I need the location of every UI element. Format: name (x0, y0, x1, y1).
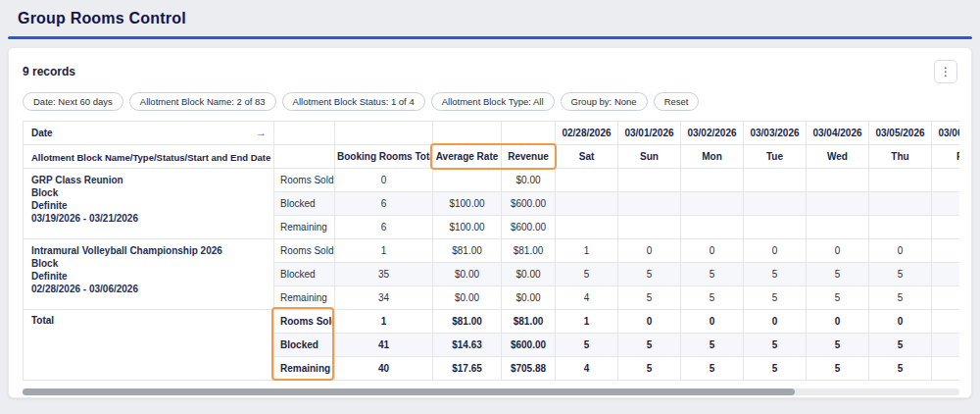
table-cell: 1 (335, 310, 433, 334)
table-cell: 0 (869, 310, 932, 334)
table-cell: 0 (807, 310, 869, 334)
table-cell (744, 216, 807, 239)
block-name-column-header: Allotment Block Name/Type/Status/Start a… (24, 145, 274, 169)
day-header: Sun (618, 145, 681, 169)
table-cell: $600.00 (502, 216, 556, 239)
table-cell: 5 (807, 286, 869, 310)
table-cell: 5 (744, 357, 807, 381)
date-header: 03/02/2026 (681, 122, 744, 145)
empty-header (335, 122, 433, 145)
day-header: Fri (932, 145, 960, 169)
table-cell: 5 (744, 334, 807, 357)
filter-chip-block-status[interactable]: Allotment Block Status: 1 of 4 (282, 92, 425, 111)
table-cell: 0 (681, 310, 744, 334)
table-cell (744, 192, 807, 216)
table-cell: 5 (932, 286, 960, 310)
table-cell: $81.00 (433, 310, 502, 334)
date-header: 03/04/2026 (807, 122, 869, 145)
revenue-header: Revenue (502, 145, 556, 169)
table-cell: 5 (681, 357, 744, 381)
filter-chip-block-type[interactable]: Allotment Block Type: All (431, 92, 555, 111)
table-cell: 40 (335, 357, 433, 381)
day-header: Mon (681, 145, 744, 169)
date-header: 03/05/2026 (869, 122, 932, 145)
table-cell: 6 (335, 216, 433, 239)
date-header: 03/01/2026 (618, 122, 681, 145)
row-label: Blocked (274, 334, 335, 357)
table-cell: 0 (744, 310, 807, 334)
table-cell: 5 (556, 263, 618, 286)
group-name-cell: GRP Class Reunion Block Definite 03/19/2… (24, 169, 274, 239)
filter-chip-block-name[interactable]: Allotment Block Name: 2 of 83 (129, 92, 276, 111)
row-label: Blocked (274, 192, 335, 216)
row-label: Blocked (274, 263, 335, 286)
horizontal-scrollbar (23, 388, 959, 395)
empty-header (274, 122, 335, 145)
table-cell: $0.00 (502, 169, 556, 192)
empty-header (274, 145, 335, 169)
filter-chip-date[interactable]: Date: Next 60 days (23, 92, 123, 111)
table-cell: 0 (618, 310, 681, 334)
table-cell: 0 (932, 310, 960, 334)
table-row: GRP Class Reunion Block Definite 03/19/2… (24, 169, 960, 192)
table-cell: $100.00 (433, 216, 502, 239)
table-cell: $14.63 (433, 334, 502, 357)
table-cell (681, 216, 744, 239)
date-header: 02/28/2026 (556, 122, 618, 145)
table-cell: 5 (932, 334, 960, 357)
table-cell: 5 (932, 357, 960, 381)
table-cell: 5 (744, 286, 807, 310)
average-rate-header: Average Rate (433, 145, 502, 169)
table-cell (556, 192, 618, 216)
group-rooms-control-page: Group Rooms Control 9 records ⋮ Date: Ne… (0, 0, 980, 414)
filter-chip-group-by[interactable]: Group by: None (561, 92, 648, 111)
table-cell: 1 (335, 239, 433, 263)
overflow-menu-button[interactable]: ⋮ (934, 60, 957, 83)
table-cell: 5 (807, 357, 869, 381)
table-cell: $81.00 (433, 239, 502, 263)
table-cell: $0.00 (502, 286, 556, 310)
row-label: Remaining (274, 286, 335, 310)
table-cell: $100.00 (433, 192, 502, 216)
table-cell (618, 192, 681, 216)
table-cell: 0 (932, 239, 960, 263)
table-cell: $81.00 (502, 310, 556, 334)
empty-header (433, 122, 502, 145)
total-label: Total (24, 310, 274, 381)
table-cell (869, 216, 932, 239)
date-column-header: Date → (24, 122, 274, 145)
day-header: Thu (869, 145, 932, 169)
table-cell: 5 (618, 357, 681, 381)
sort-right-icon[interactable]: → (256, 127, 267, 138)
table-cell: $600.00 (502, 334, 556, 357)
scrollbar-thumb[interactable] (23, 388, 795, 395)
kebab-icon: ⋮ (940, 66, 952, 78)
table-row-total: Total Rooms Sold 1 $81.00 $81.00 1 0 0 0… (24, 310, 960, 334)
table-cell (744, 169, 807, 192)
table-cell: 35 (335, 263, 433, 286)
table-cell: 41 (335, 334, 433, 357)
table-cell: 0 (807, 239, 869, 263)
table-cell (618, 216, 681, 239)
row-label: Remaining (274, 357, 335, 381)
group-rooms-table: Date → 02/28/2026 03/01/2026 03/02/2026 … (23, 121, 959, 381)
table-cell: 0 (681, 239, 744, 263)
table-cell: 5 (807, 263, 869, 286)
records-count: 9 records (23, 65, 75, 78)
table-cell (807, 216, 869, 239)
table-cell: 5 (556, 334, 618, 357)
row-label: Rooms Sold (274, 310, 335, 334)
table-cell: 5 (681, 286, 744, 310)
group-name-cell: Intramural Volleyball Championship 2026 … (24, 239, 274, 310)
booking-rooms-total-header: Booking Rooms Total (335, 145, 433, 169)
row-label: Rooms Sold (274, 169, 335, 192)
table-cell (681, 192, 744, 216)
table-cell: 5 (869, 334, 932, 357)
reset-filters-button[interactable]: Reset (654, 92, 700, 111)
table-cell (932, 216, 960, 239)
table-cell: 5 (618, 263, 681, 286)
date-header: 03/06/2026 (932, 122, 960, 145)
table-cell: $81.00 (502, 239, 556, 263)
table-cell: 5 (869, 286, 932, 310)
table-cell: 5 (807, 334, 869, 357)
